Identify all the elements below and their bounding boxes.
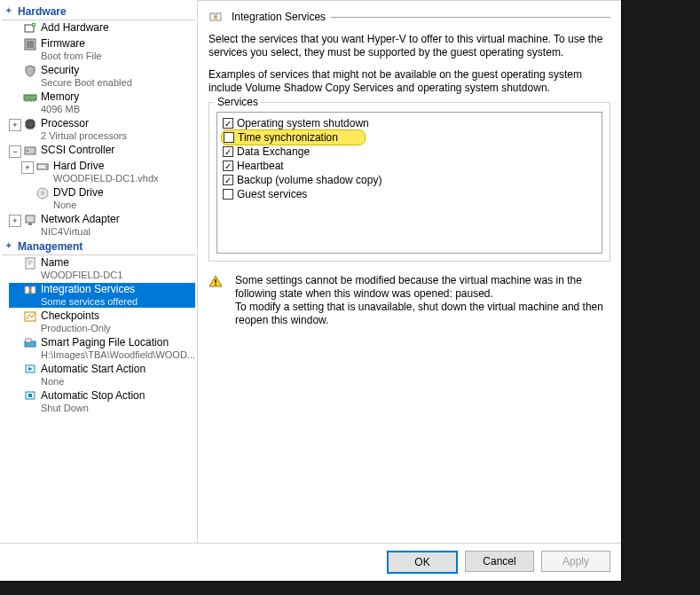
tree-auto-start[interactable]: Automatic Start ActionNone <box>9 363 195 388</box>
tree-processor[interactable]: + Processor2 Virtual processors <box>9 117 195 142</box>
service-checkbox[interactable]: ✓ <box>223 146 233 157</box>
section-management: ✦ Management <box>2 239 195 255</box>
cancel-button[interactable]: Cancel <box>465 551 534 572</box>
tree-hard-drive[interactable]: + Hard DriveWOODFIELD-DC1.vhdx <box>21 160 195 184</box>
scsi-icon <box>23 144 37 158</box>
ok-button[interactable]: OK <box>387 551 458 574</box>
tree-dvd[interactable]: DVD DriveNone <box>21 186 195 211</box>
svg-rect-26 <box>215 284 216 285</box>
service-row-3[interactable]: ✓Heartbeat <box>223 159 596 173</box>
integration-icon <box>23 283 37 297</box>
auto-start-icon <box>23 363 37 377</box>
service-row-0[interactable]: ✓Operating system shutdown <box>223 116 596 130</box>
network-icon <box>23 213 37 227</box>
svg-rect-12 <box>26 215 35 223</box>
svg-rect-24 <box>216 13 221 20</box>
apply-button: Apply <box>541 551 610 572</box>
tree-security[interactable]: SecuritySecure Boot enabled <box>9 64 195 89</box>
services-list: ✓Operating system shutdownTime synchroni… <box>216 112 602 254</box>
expand-harddrive[interactable]: + <box>21 161 34 174</box>
tree-checkpoints[interactable]: CheckpointsProduction-Only <box>9 309 195 334</box>
svg-rect-15 <box>25 286 29 294</box>
warning-line-1: Some settings cannot be modified because… <box>235 274 610 301</box>
tree-network[interactable]: + Network AdapterNIC4Virtual <box>9 213 195 238</box>
security-icon <box>23 64 37 78</box>
svg-rect-13 <box>28 223 32 225</box>
svg-rect-4 <box>24 95 36 100</box>
panel-title: Integration Services <box>232 11 326 23</box>
tree-auto-stop[interactable]: Automatic Stop ActionShut Down <box>9 389 195 414</box>
button-bar: OK Cancel Apply <box>387 551 610 574</box>
service-row-2[interactable]: ✓Data Exchange <box>223 145 596 159</box>
dvd-icon <box>35 186 50 200</box>
checkpoints-icon <box>23 309 37 324</box>
svg-rect-6 <box>25 147 35 154</box>
service-label: Time synchronization <box>238 131 338 144</box>
desc-2: Examples of services that might not be a… <box>208 68 610 95</box>
svg-point-9 <box>45 166 47 168</box>
name-icon <box>23 256 37 270</box>
tree-integration-services[interactable]: Integration ServicesSome services offere… <box>9 283 195 308</box>
warning: Some settings cannot be modified because… <box>208 274 610 327</box>
service-label: Backup (volume shadow copy) <box>237 174 381 186</box>
add-hardware-icon <box>23 21 37 35</box>
warning-icon <box>208 274 223 288</box>
auto-stop-icon <box>23 389 37 403</box>
firmware-icon <box>23 37 37 51</box>
tree-add-hardware[interactable]: Add Hardware <box>9 21 195 35</box>
expand-processor[interactable]: + <box>9 119 21 131</box>
service-checkbox[interactable] <box>224 132 234 143</box>
warning-line-2: To modify a setting that is unavailable,… <box>235 301 610 327</box>
service-row-1[interactable]: Time synchronization <box>221 129 366 145</box>
svg-rect-16 <box>31 286 35 294</box>
memory-icon <box>23 90 37 105</box>
service-label: Heartbeat <box>237 160 284 172</box>
content-panel: Integration Services Select the services… <box>198 0 621 543</box>
svg-rect-23 <box>210 13 215 20</box>
svg-rect-14 <box>26 258 35 269</box>
svg-rect-19 <box>26 339 31 342</box>
svg-point-7 <box>27 150 28 152</box>
svg-rect-25 <box>215 279 216 283</box>
service-checkbox[interactable]: ✓ <box>223 175 233 185</box>
service-label: Guest services <box>237 188 307 200</box>
desc-1: Select the services that you want Hyper-… <box>208 33 610 59</box>
services-legend: Services <box>215 96 261 108</box>
service-checkbox[interactable]: ✓ <box>223 160 233 171</box>
service-row-4[interactable]: ✓Backup (volume shadow copy) <box>223 173 596 187</box>
svg-rect-3 <box>27 41 34 48</box>
svg-rect-5 <box>27 121 34 128</box>
expand-network[interactable]: + <box>9 215 21 227</box>
section-hardware: ✦ Hardware <box>2 4 195 20</box>
svg-rect-22 <box>28 394 32 397</box>
hard-drive-icon <box>35 160 50 174</box>
service-label: Data Exchange <box>237 145 310 158</box>
service-checkbox[interactable]: ✓ <box>223 118 233 129</box>
tree-scsi[interactable]: − SCSI Controller <box>9 144 195 158</box>
processor-icon <box>23 117 37 131</box>
tree-firmware[interactable]: FirmwareBoot from File <box>9 37 195 62</box>
service-row-5[interactable]: Guest services <box>223 187 596 201</box>
integration-services-icon <box>208 10 223 24</box>
tree-smart-paging[interactable]: Smart Paging File LocationH:\Images\TBA\… <box>9 336 195 361</box>
tree-panel: ✦ Hardware Add Hardware FirmwareBoot fro… <box>0 0 198 543</box>
service-label: Operating system shutdown <box>237 117 369 129</box>
services-group: Services ✓Operating system shutdownTime … <box>208 102 610 262</box>
svg-point-11 <box>42 192 44 195</box>
settings-window: ✦ Hardware Add Hardware FirmwareBoot fro… <box>0 0 622 582</box>
smart-paging-icon <box>23 336 37 350</box>
tree-name[interactable]: NameWOODFIELD-DC1 <box>9 256 195 281</box>
service-checkbox[interactable] <box>223 189 233 200</box>
tree-memory[interactable]: Memory4096 MB <box>9 90 195 115</box>
collapse-scsi[interactable]: − <box>9 145 21 158</box>
